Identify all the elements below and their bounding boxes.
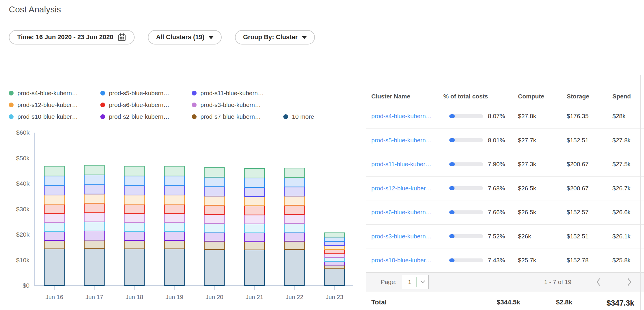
cluster-name-link[interactable]: prod-s11-blue-kuber… bbox=[371, 161, 431, 168]
bar-segment[interactable] bbox=[244, 250, 264, 286]
bar-segment[interactable] bbox=[124, 213, 144, 222]
group-by-button[interactable]: Group By: Cluster bbox=[235, 30, 315, 44]
bar-segment[interactable] bbox=[124, 166, 144, 176]
bar-segment[interactable] bbox=[124, 222, 144, 231]
bar-segment[interactable] bbox=[244, 242, 264, 250]
bar-segment[interactable] bbox=[244, 187, 264, 197]
time-range-button[interactable]: Time: 16 Jun 2020 - 23 Jun 2020 bbox=[9, 30, 135, 44]
bar-segment[interactable] bbox=[164, 195, 184, 204]
bar-segment[interactable] bbox=[124, 204, 144, 213]
bar-segment[interactable] bbox=[84, 231, 104, 240]
legend-item[interactable]: prod-s6-blue-kubern… bbox=[100, 99, 192, 111]
bar-segment[interactable] bbox=[84, 175, 104, 185]
bar-segment[interactable] bbox=[164, 249, 184, 286]
bar-segment[interactable] bbox=[285, 187, 305, 196]
bar-segment[interactable] bbox=[285, 232, 305, 241]
bar-segment[interactable] bbox=[324, 237, 344, 242]
bar-segment[interactable] bbox=[204, 215, 224, 223]
bar-segment[interactable] bbox=[285, 241, 305, 250]
bar-segment[interactable] bbox=[204, 196, 224, 205]
bar-segment[interactable] bbox=[124, 240, 144, 249]
bar-segment[interactable] bbox=[164, 176, 184, 186]
bar-segment[interactable] bbox=[324, 245, 344, 250]
legend-item[interactable]: 10 more bbox=[283, 111, 314, 123]
bar-segment[interactable] bbox=[44, 249, 64, 286]
bar-segment[interactable] bbox=[124, 195, 144, 204]
bar-segment[interactable] bbox=[124, 176, 144, 186]
legend-item[interactable]: prod-s4-blue-kubern… bbox=[9, 87, 100, 99]
bar-segment[interactable] bbox=[285, 196, 305, 205]
bar-segment[interactable] bbox=[84, 213, 104, 222]
bar-segment[interactable] bbox=[244, 206, 264, 215]
bar-segment[interactable] bbox=[84, 249, 104, 286]
bar-segment[interactable] bbox=[324, 258, 344, 261]
bar-segment[interactable] bbox=[124, 186, 144, 195]
bar-segment[interactable] bbox=[164, 232, 184, 240]
bar-segment[interactable] bbox=[44, 222, 64, 231]
prev-page-button[interactable] bbox=[595, 277, 602, 287]
bar-segment[interactable] bbox=[204, 205, 224, 215]
bar-segment[interactable] bbox=[244, 224, 264, 233]
bar-segment[interactable] bbox=[164, 222, 184, 231]
bar-segment[interactable] bbox=[204, 177, 224, 187]
bar-segment[interactable] bbox=[324, 233, 344, 237]
bar-segment[interactable] bbox=[244, 215, 264, 224]
bar-segment[interactable] bbox=[84, 222, 104, 231]
cluster-name-link[interactable]: prod-s4-blue-kubern… bbox=[371, 113, 432, 120]
legend-item[interactable]: prod-s7-blue-kubern… bbox=[192, 111, 283, 123]
page-select[interactable]: 1 bbox=[402, 275, 429, 289]
cluster-name-link[interactable]: prod-s5-blue-kubern… bbox=[371, 137, 432, 144]
bar-segment[interactable] bbox=[285, 223, 305, 232]
bar-segment[interactable] bbox=[204, 223, 224, 232]
next-page-button[interactable] bbox=[626, 277, 633, 287]
bar-segment[interactable] bbox=[204, 250, 224, 286]
bar-segment[interactable] bbox=[244, 178, 264, 187]
clusters-filter-button[interactable]: All Clusters (19) bbox=[148, 30, 222, 44]
legend-item[interactable]: prod-s11-blue-kubern… bbox=[192, 87, 283, 99]
bar-segment[interactable] bbox=[84, 165, 104, 175]
bar-segment[interactable] bbox=[285, 215, 305, 223]
bar-segment[interactable] bbox=[164, 240, 184, 249]
bar-segment[interactable] bbox=[244, 233, 264, 242]
bar-segment[interactable] bbox=[164, 204, 184, 213]
cluster-name-link[interactable]: prod-s10-blue-kuber… bbox=[371, 257, 432, 264]
bar-segment[interactable] bbox=[164, 186, 184, 195]
bar-segment[interactable] bbox=[44, 176, 64, 186]
bar-segment[interactable] bbox=[324, 265, 344, 269]
bar-segment[interactable] bbox=[285, 250, 305, 286]
bar-segment[interactable] bbox=[204, 241, 224, 250]
legend-item[interactable]: prod-s5-blue-kubern… bbox=[100, 87, 192, 99]
bar-segment[interactable] bbox=[164, 213, 184, 222]
bar-segment[interactable] bbox=[324, 241, 344, 245]
bar-segment[interactable] bbox=[164, 166, 184, 176]
legend-item[interactable]: prod-s12-blue-kuber… bbox=[9, 99, 100, 111]
bar-segment[interactable] bbox=[124, 249, 144, 286]
bar-segment[interactable] bbox=[324, 250, 344, 254]
bar-segment[interactable] bbox=[44, 186, 64, 195]
cluster-name-link[interactable]: prod-s6-blue-kubern… bbox=[371, 209, 432, 216]
bar-segment[interactable] bbox=[244, 169, 264, 178]
bar-segment[interactable] bbox=[44, 232, 64, 240]
cluster-name-link[interactable]: prod-s3-blue-kubern… bbox=[371, 233, 432, 240]
bar-segment[interactable] bbox=[44, 204, 64, 213]
bar-segment[interactable] bbox=[44, 166, 64, 176]
legend-item[interactable]: prod-s3-blue-kubern… bbox=[192, 99, 283, 111]
bar-segment[interactable] bbox=[44, 213, 64, 222]
bar-segment[interactable] bbox=[244, 197, 264, 206]
bar-segment[interactable] bbox=[285, 205, 305, 215]
bar-segment[interactable] bbox=[285, 168, 305, 177]
legend-item[interactable]: prod-s10-blue-kuber… bbox=[9, 111, 100, 123]
cluster-name-link[interactable]: prod-s12-blue-kuber… bbox=[371, 185, 432, 192]
bar-segment[interactable] bbox=[204, 232, 224, 241]
bar-segment[interactable] bbox=[285, 177, 305, 187]
bar-segment[interactable] bbox=[324, 261, 344, 265]
bar-segment[interactable] bbox=[324, 254, 344, 258]
bar-segment[interactable] bbox=[44, 195, 64, 204]
bar-segment[interactable] bbox=[84, 240, 104, 249]
bar-segment[interactable] bbox=[84, 194, 104, 203]
legend-item[interactable]: prod-s2-blue-kubern… bbox=[100, 111, 192, 123]
bar-segment[interactable] bbox=[204, 187, 224, 196]
bar-segment[interactable] bbox=[324, 269, 344, 286]
bar-segment[interactable] bbox=[84, 184, 104, 194]
bar-segment[interactable] bbox=[84, 203, 104, 213]
